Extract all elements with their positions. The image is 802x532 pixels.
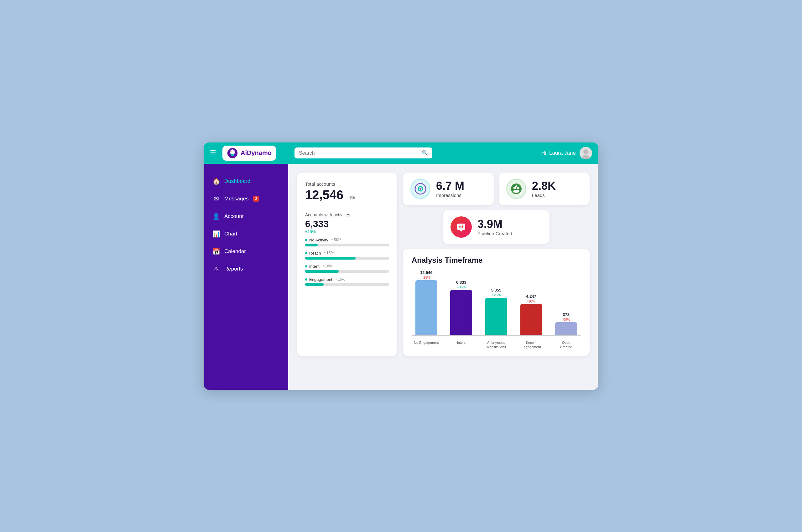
logo-box: AiDynamo [222, 146, 276, 160]
sidebar-label-dashboard: Dashboard [224, 178, 250, 185]
bar-no-engagement-rect [415, 280, 437, 335]
top-stat-cards: 6.7 M Impressions [403, 173, 590, 205]
sidebar: 🏠 Dashboard ✉ Messages 3 👤 Account 📊 Cha… [204, 164, 288, 390]
calendar-icon: 📅 [212, 248, 220, 255]
impressions-label: Impressions [436, 193, 464, 198]
home-icon: 🏠 [212, 177, 220, 185]
mail-icon: ✉ [212, 195, 220, 203]
svg-point-8 [583, 149, 588, 154]
sidebar-item-account[interactable]: 👤 Account [204, 208, 288, 225]
bar-known-engagement: 4,247 -10% [517, 270, 546, 335]
app-container: ☰ AiDynamo 🔍 Hi, Laura [204, 142, 598, 390]
total-accounts-pct: 0% [348, 195, 355, 200]
leads-card: 2.8K Leads [499, 173, 590, 205]
bar-intent-rect [450, 290, 472, 335]
no-activity-track [305, 244, 389, 246]
svg-point-21 [460, 227, 462, 229]
no-activity-row: No Activity • 56% [305, 238, 389, 246]
engagement-track [305, 283, 389, 286]
impressions-value: 6.7 M [436, 179, 464, 193]
sidebar-item-chart[interactable]: 📊 Chart [204, 226, 288, 242]
pipeline-card: 3.9M Pipeline Created [443, 210, 549, 244]
no-activity-pct: • 56% [332, 238, 341, 242]
reach-fill [305, 257, 356, 260]
bar-anonymous-change: +26% [492, 293, 501, 297]
activities-change: +15% [305, 229, 389, 234]
reports-icon: ⚠ [212, 265, 220, 273]
bar-anonymous: 5,055 +26% [482, 270, 511, 335]
svg-point-1 [230, 149, 235, 154]
svg-point-4 [231, 151, 232, 152]
total-accounts-label: Total accounts [305, 181, 389, 187]
svg-rect-6 [231, 154, 234, 156]
engagement-pct: • 15% [336, 277, 346, 282]
intent-fill [305, 270, 339, 273]
engagement-label: Engagement [309, 277, 332, 282]
bar-anonymous-value: 5,055 [491, 288, 502, 292]
content-area: Total accounts 12,546 0% Accounts with a… [288, 164, 598, 390]
bar-axis: No Engagement Intent AnonymousWebsite Vi… [412, 339, 581, 349]
chart-title: Analysis Timeframe [412, 256, 581, 265]
sidebar-item-reports[interactable]: ⚠ Reports [204, 261, 288, 277]
intent-label: Intent [309, 264, 320, 269]
search-input[interactable] [299, 150, 419, 156]
bar-known-engagement-rect [520, 304, 542, 335]
svg-point-20 [460, 225, 462, 227]
leads-label: Leads [532, 193, 556, 198]
sidebar-label-calendar: Calendar [224, 248, 246, 254]
intent-dot [305, 265, 307, 267]
sidebar-label-reports: Reports [224, 266, 243, 272]
search-bar[interactable]: 🔍 [295, 148, 432, 158]
svg-point-5 [233, 151, 234, 152]
bar-intent: 6,333 +06% [447, 270, 476, 335]
svg-point-17 [515, 185, 517, 187]
axis-no-engagement: No Engagement [412, 339, 441, 349]
intent-pct: • 18% [323, 264, 333, 268]
leads-value: 2.8K [532, 179, 556, 193]
no-activity-dot [305, 239, 307, 241]
analysis-chart: Analysis Timeframe 12,546 -28% 6,333 [403, 249, 590, 356]
engagement-fill [305, 283, 324, 286]
bar-opps-rect [555, 322, 577, 335]
sidebar-item-messages[interactable]: ✉ Messages 3 [204, 191, 288, 207]
logo-text: AiDynamo [241, 149, 272, 156]
bar-known-engagement-value: 4,247 [526, 294, 536, 299]
right-stats: 6.7 M Impressions [403, 173, 590, 356]
logo-icon [227, 148, 238, 159]
sidebar-item-calendar[interactable]: 📅 Calendar [204, 243, 288, 260]
messages-badge: 3 [253, 196, 259, 202]
user-greeting: Hi, Laura Jane [541, 150, 576, 156]
axis-intent: Intent [447, 339, 476, 349]
activities-value: 6,333 [305, 218, 389, 229]
pipeline-label: Pipeline Created [478, 231, 512, 236]
pipeline-row: 3.9M Pipeline Created [403, 210, 590, 244]
axis-anonymous: AnonymousWebsite Visit [482, 339, 511, 349]
bar-opps-value: 378 [563, 312, 570, 317]
leads-icon [506, 179, 526, 199]
avatar [580, 147, 592, 159]
chart-icon: 📊 [212, 230, 220, 238]
impressions-icon [410, 179, 430, 199]
hamburger-menu[interactable]: ☰ [210, 149, 216, 157]
bar-no-engagement-value: 12,546 [420, 270, 433, 275]
bar-no-engagement-change: -28% [422, 276, 430, 279]
sidebar-item-dashboard[interactable]: 🏠 Dashboard [204, 173, 288, 189]
reach-row: Reach • 15% [305, 251, 389, 260]
engagement-dot [305, 278, 307, 281]
account-icon: 👤 [212, 213, 220, 220]
logo-area: ☰ AiDynamo [210, 146, 295, 160]
main-area: 🏠 Dashboard ✉ Messages 3 👤 Account 📊 Cha… [204, 164, 598, 390]
search-icon: 🔍 [422, 150, 428, 156]
svg-point-12 [419, 188, 421, 190]
sidebar-label-account: Account [224, 213, 243, 220]
sidebar-label-chart: Chart [224, 231, 238, 237]
bar-opps-created: 378 -09% [552, 270, 581, 335]
bar-no-engagement: 12,546 -28% [412, 270, 441, 335]
bar-opps-change: -09% [562, 318, 570, 321]
bar-intent-change: +06% [457, 285, 466, 289]
sidebar-label-messages: Messages [224, 196, 248, 202]
intent-track [305, 270, 389, 273]
activities-label: Accounts with activities [305, 212, 389, 217]
user-area: Hi, Laura Jane [541, 147, 592, 159]
pipeline-value: 3.9M [478, 217, 512, 231]
